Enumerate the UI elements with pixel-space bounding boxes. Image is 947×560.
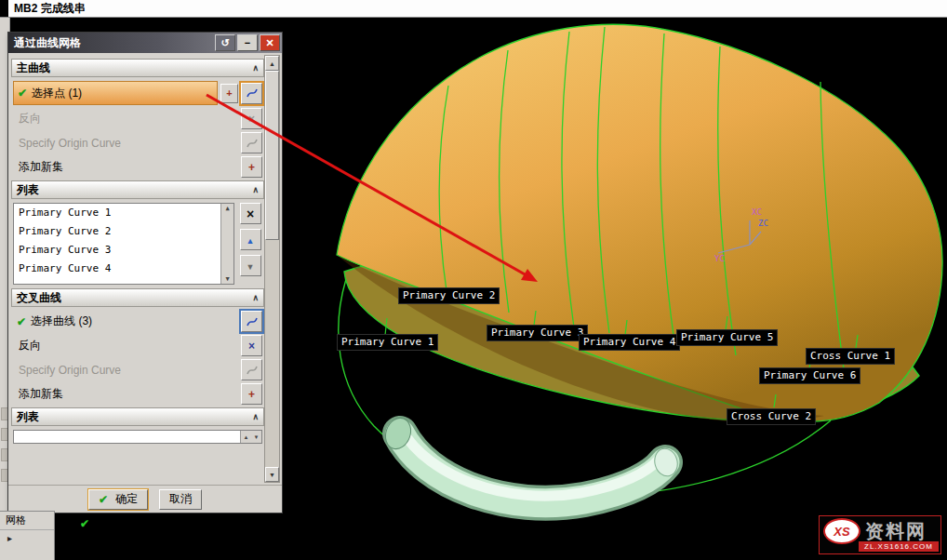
select-point-row[interactable]: 选择点 (1) <box>13 81 218 105</box>
dialog-titlebar[interactable]: 通过曲线网格 ↺ − ✕ <box>8 33 282 53</box>
remove-item-button[interactable] <box>240 203 261 224</box>
check-icon <box>99 493 108 506</box>
minimize-icon[interactable]: − <box>237 34 258 51</box>
list-scrollbar[interactable]: ▲▼ <box>240 431 261 443</box>
add-new-set-label: 添加新集 <box>13 159 63 175</box>
curve-tag: Primary Curve 5 <box>676 329 778 346</box>
expand-arrow-icon[interactable]: ▸ <box>0 530 54 543</box>
triad-zc-label: ZC <box>758 219 768 228</box>
select-curve-label: 选择曲线 (3) <box>31 313 92 329</box>
curve-icon <box>246 315 259 328</box>
reset-icon[interactable]: ↺ <box>215 34 235 51</box>
list-scrollbar[interactable]: ▲ ▼ <box>220 204 233 284</box>
dialog-footer: 确定 取消 <box>8 485 282 513</box>
curve-tag: Primary Curve 2 <box>398 287 500 304</box>
scroll-down-icon[interactable]: ▼ <box>265 467 279 482</box>
check-icon <box>18 87 27 100</box>
add-new-set-icon[interactable]: + <box>241 156 262 178</box>
curve-tag: Cross Curve 2 <box>727 408 816 425</box>
scroll-up-icon[interactable]: ▲ <box>225 204 229 213</box>
cancel-button[interactable]: 取消 <box>159 489 202 510</box>
cross-curves-header-label: 交叉曲线 <box>17 290 61 306</box>
add-new-set-label: 添加新集 <box>13 386 63 402</box>
panel-fragment-label: 网格 <box>0 512 54 530</box>
reverse-direction-icon[interactable]: × <box>241 108 262 129</box>
specify-origin-curve-label: Specify Origin Curve <box>13 137 121 150</box>
list-item[interactable]: Primary Curve 3 <box>14 241 233 260</box>
move-up-button[interactable] <box>240 229 261 250</box>
chevron-up-icon[interactable] <box>252 63 259 73</box>
chevron-up-icon[interactable] <box>252 185 259 194</box>
move-down-button[interactable] <box>240 255 261 276</box>
list-item[interactable]: Primary Curve 4 <box>14 260 233 278</box>
scrollbar-thumb[interactable] <box>265 71 279 240</box>
curve-tag: Primary Curve 6 <box>759 367 860 384</box>
leader-ticks <box>385 311 858 407</box>
prompt-bar: MB2 完成线串 <box>0 0 947 18</box>
prompt-bar-block <box>0 0 8 17</box>
dialog-title: 通过曲线网格 <box>14 35 81 51</box>
reverse-direction-label: 反向 <box>13 111 41 127</box>
through-curve-mesh-dialog: 通过曲线网格 ↺ − ✕ 主曲线 选择点 (1) + <box>7 32 283 513</box>
close-icon[interactable]: ✕ <box>260 34 280 51</box>
curve-icon <box>246 364 259 377</box>
selection-check-glyph: ✔ <box>80 517 89 530</box>
origin-curve-icon[interactable] <box>241 132 262 153</box>
cross-curves-section-header[interactable]: 交叉曲线 <box>11 288 264 307</box>
curve-icon <box>246 137 259 150</box>
chevron-up-icon[interactable] <box>252 293 259 302</box>
ok-button-label: 确定 <box>115 491 138 507</box>
list-item[interactable]: Primary Curve 1 <box>14 204 233 222</box>
triad-xc-label: XC <box>752 207 762 217</box>
primary-list-header-label: 列表 <box>17 182 39 198</box>
application-window: XC ZC YC Primary Curve 2 Primary Curve 1… <box>0 0 947 560</box>
watermark-name: 资料网 <box>865 519 927 544</box>
specify-origin-curve-label: Specify Origin Curve <box>13 364 121 377</box>
primary-curves-header-label: 主曲线 <box>17 60 50 76</box>
select-point-label: 选择点 (1) <box>32 86 82 101</box>
prompt-text: MB2 完成线串 <box>14 1 86 17</box>
dialog-body: 主曲线 选择点 (1) + 反向 × <box>8 53 282 485</box>
primary-list-section-header[interactable]: 列表 <box>11 180 264 199</box>
curve-tag: Primary Curve 4 <box>579 334 680 351</box>
curve-icon <box>246 87 259 100</box>
dialog-scrollbar[interactable]: ▲ ▼ <box>264 55 280 483</box>
ok-button[interactable]: 确定 <box>88 489 148 510</box>
cross-list-section-header[interactable]: 列表 <box>11 407 264 426</box>
delete-icon <box>247 207 254 221</box>
curve-tag: Cross Curve 1 <box>806 348 895 365</box>
primary-curves-section-header[interactable]: 主曲线 <box>11 59 264 77</box>
add-new-set-icon[interactable]: + <box>241 383 262 405</box>
point-dialog-button[interactable]: + <box>220 84 238 103</box>
scroll-up-icon[interactable]: ▲ <box>265 56 279 71</box>
watermark: XS 资料网 ZL.XS1616.COM <box>819 515 941 554</box>
list-item[interactable]: Primary Curve 2 <box>14 222 233 241</box>
docked-panel-fragment: 网格 ▸ <box>0 511 55 560</box>
reverse-direction-label: 反向 <box>13 338 41 353</box>
primary-curve-list[interactable]: Primary Curve 1 Primary Curve 2 Primary … <box>13 203 234 285</box>
cross-curve-select-button[interactable] <box>241 311 262 332</box>
check-icon <box>17 315 26 328</box>
cross-list-header-label: 列表 <box>17 409 39 425</box>
cancel-button-label: 取消 <box>169 491 192 507</box>
curve-tag: Primary Curve 1 <box>337 334 438 351</box>
cross-curve-list[interactable]: ▲▼ <box>13 430 262 444</box>
curve-tag: Primary Curve 3 <box>487 325 588 341</box>
arrow-up-icon <box>247 234 255 246</box>
chevron-up-icon[interactable] <box>252 412 259 421</box>
bottom-face-curve <box>339 279 831 496</box>
handle-tube <box>381 415 681 503</box>
triad-yc-label: YC <box>714 254 725 263</box>
select-curve-row[interactable]: 选择曲线 (3) <box>13 312 238 332</box>
reverse-direction-icon[interactable]: × <box>241 335 262 356</box>
watermark-url: ZL.XS1616.COM <box>859 541 939 552</box>
watermark-logo: XS <box>823 518 860 544</box>
arrow-down-icon <box>247 260 255 272</box>
curve-select-button[interactable] <box>241 83 262 104</box>
scroll-down-icon[interactable]: ▼ <box>225 274 229 284</box>
origin-curve-icon[interactable] <box>241 359 262 380</box>
coordinate-triad: XC ZC YC <box>714 207 768 263</box>
